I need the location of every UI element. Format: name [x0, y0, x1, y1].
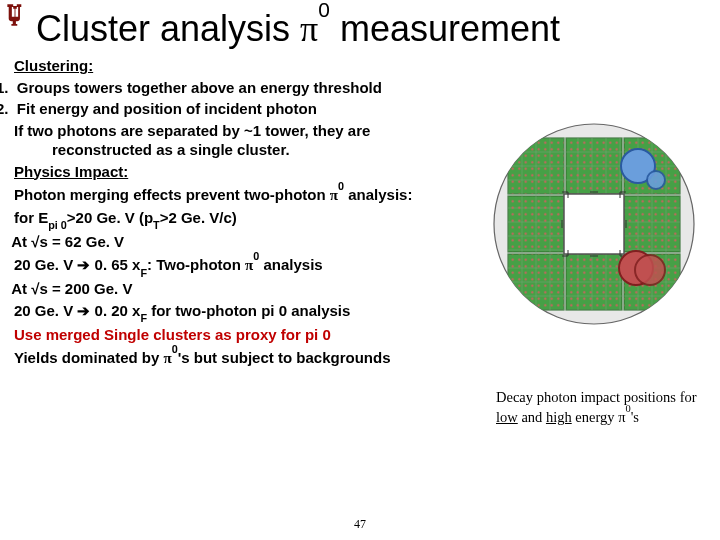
bullet-200: • At √s = 200 Ge. V [14, 279, 474, 299]
page-number: 47 [0, 517, 720, 532]
use-merged-line: Use merged Single clusters as proxy for … [14, 325, 474, 345]
svg-rect-15 [624, 196, 680, 252]
svg-rect-14 [508, 196, 564, 252]
bullet-62-detail: 20 Ge. V ➔ 0. 65 xF: Two-photon π0 analy… [14, 253, 474, 277]
bullet-200-detail: 20 Ge. V ➔ 0. 20 xF for two-photon pi 0 … [14, 301, 474, 323]
clustering-head: Clustering: [14, 56, 474, 76]
bullet-62: • At √s = 62 Ge. V [14, 232, 474, 252]
item-2: 2. Fit energy and position of incident p… [14, 99, 474, 119]
separation-note: If two photons are separated by ~1 tower… [14, 121, 474, 160]
svg-rect-17 [566, 254, 622, 310]
svg-rect-19 [564, 194, 624, 254]
figure-caption: Decay photon impact positions for low an… [490, 388, 712, 426]
detector-diagram [490, 120, 698, 328]
svg-rect-11 [508, 138, 564, 194]
svg-rect-16 [508, 254, 564, 310]
figure-column: Decay photon impact positions for low an… [490, 120, 712, 426]
merge-line: Photon merging effects prevent two-photo… [14, 183, 474, 206]
cond-line: for Epi 0>20 Ge. V (pT>2 Ge. V/c) [14, 208, 474, 230]
svg-rect-12 [566, 138, 622, 194]
text-column: Clustering: 1. Groups towers together ab… [14, 56, 474, 371]
svg-point-21 [647, 171, 665, 189]
title-pi: π [300, 9, 318, 49]
physics-head: Physics Impact: [14, 162, 474, 182]
slide-title: Cluster analysis π0 measurement [36, 8, 706, 50]
title-pre: Cluster analysis [36, 8, 300, 49]
svg-point-23 [635, 255, 665, 285]
yields-line: Yields dominated by π0's but subject to … [14, 346, 474, 369]
iu-trident-logo [6, 4, 24, 26]
title-sup: 0 [318, 0, 330, 21]
item-1: 1. Groups towers together above an energ… [14, 78, 474, 98]
title-post: measurement [330, 8, 560, 49]
